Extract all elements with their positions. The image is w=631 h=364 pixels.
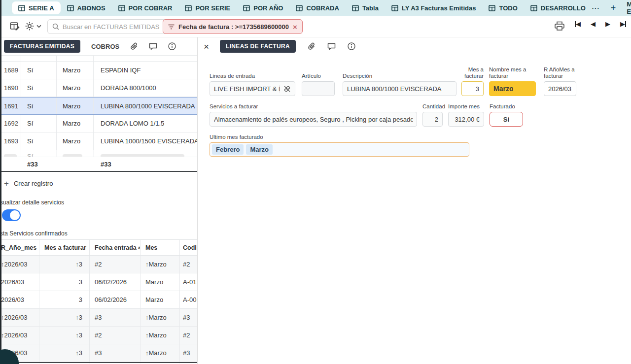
filter-chip[interactable]: Fecha de factura : >=1735689600000 × <box>163 19 303 34</box>
tab-desarrollo[interactable]: DESARROLLO <box>524 1 592 14</box>
prev-page-icon[interactable]: ◀ <box>591 21 596 27</box>
table-row-selected[interactable]: 1691 Sí Marzo LUBINA 800/1000 EVISCERADA <box>0 97 197 115</box>
cell-r-ano-mes: ↑2026/03 <box>0 327 39 344</box>
field-descripcion: Descripción LUBINA 800/1000 EVISCERADA <box>343 73 456 96</box>
mes-a-facturar-input[interactable]: 3 <box>461 81 484 96</box>
search-input[interactable] <box>63 23 166 31</box>
services-table-header: R_Año_mes Mes a facturar Fecha entrada∧ … <box>0 240 197 256</box>
nombre-mes-input[interactable]: Marzo <box>489 81 536 96</box>
tab-abonos[interactable]: ABONOS <box>61 1 112 14</box>
tab-label: POR AÑO <box>253 4 283 12</box>
chevron-down-icon[interactable] <box>36 25 41 28</box>
clipped-panel-edge <box>0 0 1 364</box>
table-row[interactable]: 1692 Sí Marzo DORADA LOMO 1/1.5 <box>0 115 197 132</box>
invoices-table: 1689 Sí Marzo ESPADIN IQF 1690 Sí Marzo … <box>0 55 197 172</box>
articulo-input[interactable] <box>302 81 335 96</box>
service-row[interactable]: 2026/03 3 06/02/2026 Marzo A-00 <box>0 291 197 309</box>
facturado-input[interactable]: Sí <box>490 112 523 127</box>
cell-mes: ↑Marzo <box>140 344 180 362</box>
search-box <box>47 19 171 34</box>
lineas-de-entrada-input[interactable]: LIVE FISH IMPORT & EXPO <box>210 81 295 96</box>
table-row[interactable]: 1690 Sí Marzo DORADA 800/1000 <box>0 79 197 97</box>
tab-lineas-de-factura[interactable]: LINEAS DE FACTURA <box>220 40 296 53</box>
tab-label: DESARROLLO <box>541 4 586 12</box>
tab-ly-a3-facturas[interactable]: LY A3 Facturas Emitidas <box>385 1 483 14</box>
tab-todo[interactable]: TODO <box>482 1 524 14</box>
filter-close-icon[interactable]: × <box>293 23 297 31</box>
paperclip-icon[interactable] <box>130 42 138 51</box>
tab-overflow-button[interactable]: ··· <box>592 4 600 12</box>
header-r-ano-mes[interactable]: R_Año_mes <box>0 240 39 255</box>
cell-fecha-entrada: 06/02/2026 <box>90 291 140 308</box>
tab-label: Tabla <box>362 4 379 12</box>
cell-mes-facturar: ↑3 <box>39 344 90 362</box>
toolbar: Fecha de factura : >=1735689600000 × ◀ ◀… <box>0 16 631 37</box>
tab-serie-a[interactable]: SERIE A <box>12 1 61 14</box>
unlink-icon[interactable] <box>280 85 291 93</box>
comment-icon[interactable] <box>327 42 336 50</box>
field-label: Servicios a facturar <box>210 103 417 110</box>
cell-description: DORADA LOMO 1/1.5 <box>94 115 197 132</box>
gear-icon[interactable] <box>25 21 35 31</box>
month-chip: Marzo <box>246 144 273 155</box>
field-value: 2 <box>435 116 438 123</box>
tab-cobrada[interactable]: COBRADA <box>289 1 345 14</box>
table-icon <box>489 5 495 11</box>
table-row-clipped: Sí <box>0 150 197 157</box>
header-codi[interactable]: Codi <box>180 240 197 255</box>
service-row[interactable]: ↑2026/03 ↑3 #3 ↑Marzo #3 <box>0 344 197 362</box>
service-row[interactable]: ↑2026/03 ↑3 #2 ↑Marzo #2 <box>0 327 197 344</box>
next-page-icon[interactable]: ▶ <box>605 21 610 27</box>
service-row[interactable]: 2026/03 3 06/02/2026 Marzo A-01 <box>0 273 197 291</box>
info-icon[interactable] <box>348 42 355 50</box>
field-value: LIVE FISH IMPORT & EXPO <box>214 85 280 93</box>
paperclip-icon[interactable] <box>308 42 316 51</box>
cell-mes: Marzo <box>140 273 180 291</box>
header-mes-a-facturar[interactable]: Mes a facturar <box>39 240 90 255</box>
field-mes-a-facturar: Mes a facturar 3 <box>461 66 484 96</box>
tab-cobros[interactable]: COBROS <box>91 43 119 50</box>
field-nombre-mes: Nombre mes a facturar Marzo <box>489 66 536 96</box>
cell-r-ano-mes: ↑2026/03 <box>0 256 39 273</box>
header-mes[interactable]: Mes <box>140 240 180 255</box>
tab-label: ABONOS <box>77 4 105 12</box>
cantidad-input[interactable]: 2 <box>422 112 443 127</box>
service-row[interactable]: ↑2026/03 ↑3 #3 ↑Marzo #3 <box>0 309 197 327</box>
print-icon[interactable] <box>554 21 565 31</box>
tab-tabla[interactable]: Tabla <box>346 1 385 14</box>
add-tab-button[interactable]: + <box>611 3 616 12</box>
tab-por-serie[interactable]: POR SERIE <box>178 1 237 14</box>
table-row[interactable]: 1689 Sí Marzo ESPADIN IQF <box>0 62 197 79</box>
header-fecha-entrada[interactable]: Fecha entrada∧ <box>90 240 140 255</box>
importe-mes-input[interactable]: 312,00 € <box>448 112 484 127</box>
cell-codi: #2 <box>180 256 197 273</box>
ultimo-mes-input[interactable]: Febrero Marzo <box>210 142 469 157</box>
last-page-icon[interactable]: ▶ <box>620 21 626 27</box>
servicios-input[interactable]: Almacenamiento de palés europeos, Seguro… <box>210 112 417 127</box>
info-icon[interactable] <box>168 42 176 50</box>
toggle-label: sualizar detalle servicios <box>0 199 197 206</box>
edit-mode-label[interactable]: Modo Edición <box>627 0 631 15</box>
tab-por-cobrar[interactable]: POR COBRAR <box>112 1 179 14</box>
cell-month: Marzo <box>57 62 94 79</box>
first-page-icon[interactable]: ◀ <box>575 21 581 27</box>
services-table: R_Año_mes Mes a facturar Fecha entrada∧ … <box>0 239 197 364</box>
close-icon[interactable]: × <box>204 42 209 51</box>
layout-edit-icon[interactable] <box>10 21 20 32</box>
field-value: Sí <box>503 116 509 123</box>
table-row[interactable]: 1693 Sí Marzo LUBINA 1000/1500 EVISCERAD… <box>0 132 197 150</box>
detail-services-toggle[interactable] <box>2 209 21 221</box>
create-record-button[interactable]: + Crear registro <box>4 178 197 189</box>
r-anomes-input[interactable]: 2026/03 <box>544 81 576 96</box>
comment-icon[interactable] <box>149 42 157 50</box>
detail-panel-header: × LINEAS DE FACTURA <box>198 37 631 55</box>
tab-label: SERIE A <box>29 4 54 12</box>
cell-mes: Marzo <box>140 291 180 308</box>
field-value: 312,00 € <box>455 116 480 123</box>
tab-label: POR SERIE <box>195 4 230 12</box>
tab-facturas-emitidas[interactable]: FACTURAS EMITIDAS <box>4 40 80 53</box>
descripcion-input[interactable]: LUBINA 800/1000 EVISCERADA <box>343 81 456 96</box>
service-row[interactable]: ↑2026/03 ↑3 #2 ↑Marzo #2 <box>0 256 197 273</box>
tab-por-ano[interactable]: POR AÑO <box>237 1 289 14</box>
field-r-anomes: R AñoMes a facturar 2026/03 <box>544 66 576 96</box>
